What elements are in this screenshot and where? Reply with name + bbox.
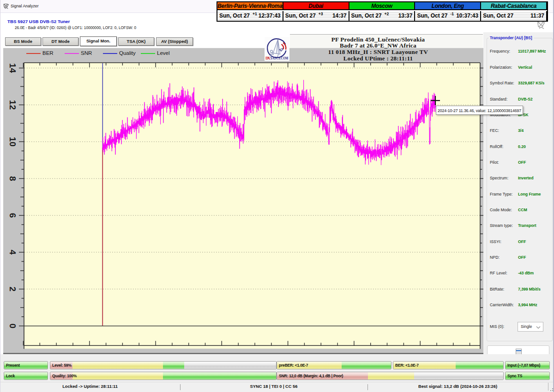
svg-text:SATCS.COM: SATCS.COM bbox=[271, 56, 289, 60]
svg-text:2: 2 bbox=[8, 287, 18, 292]
svg-text:DX: DX bbox=[265, 56, 271, 60]
svg-text:14: 14 bbox=[8, 63, 18, 73]
svg-text:6: 6 bbox=[8, 213, 18, 218]
svg-text:0: 0 bbox=[8, 323, 18, 328]
svg-text:10: 10 bbox=[8, 137, 18, 147]
svg-text:12: 12 bbox=[8, 100, 18, 110]
svg-text:8: 8 bbox=[8, 176, 18, 181]
svg-text:4: 4 bbox=[8, 250, 18, 255]
